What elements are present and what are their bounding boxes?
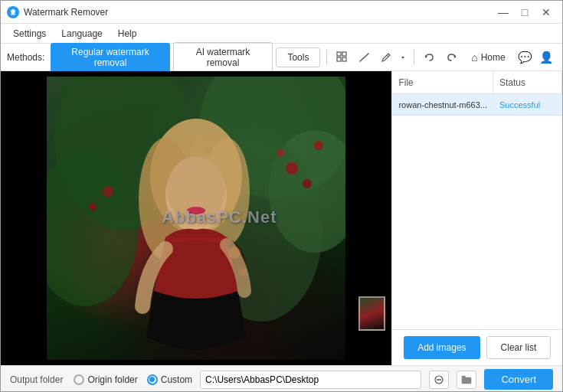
regular-watermark-btn[interactable]: Regular watermark removal bbox=[51, 43, 169, 72]
file-list-header: File Status bbox=[392, 71, 562, 94]
file-list: rowan-chestnut-m663... Successful bbox=[392, 94, 562, 329]
app-icon bbox=[7, 6, 19, 18]
svg-point-14 bbox=[103, 186, 113, 197]
svg-point-11 bbox=[286, 162, 298, 175]
file-name-cell: rowan-chestnut-m663... bbox=[392, 100, 493, 109]
photo-background bbox=[47, 77, 345, 360]
pen-dropdown-btn[interactable] bbox=[398, 47, 408, 67]
svg-point-12 bbox=[303, 179, 312, 188]
svg-rect-1 bbox=[11, 14, 15, 15]
custom-option[interactable]: Custom bbox=[147, 374, 192, 385]
svg-point-13 bbox=[277, 149, 284, 157]
table-row[interactable]: rowan-chestnut-m663... Successful bbox=[392, 94, 562, 116]
title-controls: — □ ✕ bbox=[493, 4, 556, 21]
output-path-input[interactable] bbox=[200, 371, 421, 389]
right-panel: File Status rowan-chestnut-m663... Succe… bbox=[391, 71, 562, 365]
title-bar: Watermark Remover — □ ✕ bbox=[1, 1, 562, 24]
thumbnail-overlay bbox=[358, 296, 385, 331]
right-panel-buttons: Add images Clear list bbox=[392, 329, 562, 365]
toolbar: Methods: Regular watermark removal AI wa… bbox=[1, 44, 562, 71]
radio-group: Origin folder Custom bbox=[74, 374, 192, 385]
redo-btn[interactable] bbox=[442, 47, 460, 67]
svg-point-22 bbox=[187, 207, 205, 214]
home-button[interactable]: ⌂ Home bbox=[463, 48, 512, 67]
file-status-cell: Successful bbox=[493, 100, 562, 109]
menu-settings[interactable]: Settings bbox=[7, 26, 52, 41]
svg-point-15 bbox=[89, 203, 97, 211]
output-folder-label: Output folder bbox=[10, 374, 63, 385]
svg-rect-2 bbox=[337, 52, 341, 56]
menu-help[interactable]: Help bbox=[112, 26, 143, 41]
status-col-header: Status bbox=[493, 71, 562, 93]
add-images-button[interactable]: Add images bbox=[404, 336, 480, 359]
user-button[interactable]: 👤 bbox=[538, 47, 556, 67]
convert-button[interactable]: Convert bbox=[484, 369, 553, 390]
svg-rect-3 bbox=[342, 52, 346, 56]
title-left: Watermark Remover bbox=[7, 6, 108, 18]
minimize-button[interactable]: — bbox=[493, 4, 513, 21]
main-content: AbbasPC.Net File Status rowan-chestnut-m… bbox=[1, 71, 562, 365]
menu-bar: Settings Language Help bbox=[1, 24, 562, 44]
app-title: Watermark Remover bbox=[24, 7, 108, 18]
origin-folder-option[interactable]: Origin folder bbox=[74, 374, 137, 385]
svg-point-16 bbox=[314, 141, 323, 150]
toolbar-sep-1 bbox=[326, 50, 327, 65]
origin-folder-radio[interactable] bbox=[74, 374, 84, 385]
photo-svg bbox=[47, 77, 345, 360]
svg-point-0 bbox=[11, 9, 15, 14]
toolbar-sep-2 bbox=[414, 50, 414, 65]
origin-folder-label: Origin folder bbox=[87, 374, 137, 385]
grid-icon-btn[interactable] bbox=[333, 47, 352, 67]
image-panel: AbbasPC.Net bbox=[1, 71, 391, 365]
undo-btn[interactable] bbox=[421, 47, 439, 67]
minus-icon-btn[interactable] bbox=[429, 371, 449, 389]
maximize-button[interactable]: □ bbox=[515, 4, 535, 21]
custom-label: Custom bbox=[161, 374, 192, 385]
custom-radio[interactable] bbox=[147, 374, 158, 385]
svg-rect-5 bbox=[342, 57, 346, 61]
methods-label: Methods: bbox=[7, 52, 44, 63]
clear-list-button[interactable]: Clear list bbox=[486, 336, 552, 359]
tools-btn[interactable]: Tools bbox=[276, 47, 320, 67]
close-button[interactable]: ✕ bbox=[536, 4, 556, 21]
menu-language[interactable]: Language bbox=[55, 26, 108, 41]
line-tool-btn[interactable] bbox=[355, 47, 373, 67]
pen-tool-btn[interactable] bbox=[377, 47, 395, 67]
chat-button[interactable]: 💬 bbox=[516, 47, 535, 67]
ai-watermark-btn[interactable]: AI watermark removal bbox=[173, 42, 273, 73]
home-label: Home bbox=[481, 52, 506, 63]
home-icon: ⌂ bbox=[471, 51, 477, 64]
svg-rect-4 bbox=[337, 57, 341, 61]
folder-icon-btn[interactable] bbox=[457, 371, 476, 389]
bottom-bar: Output folder Origin folder Custom Conve… bbox=[1, 365, 562, 392]
file-col-header: File bbox=[392, 71, 493, 93]
